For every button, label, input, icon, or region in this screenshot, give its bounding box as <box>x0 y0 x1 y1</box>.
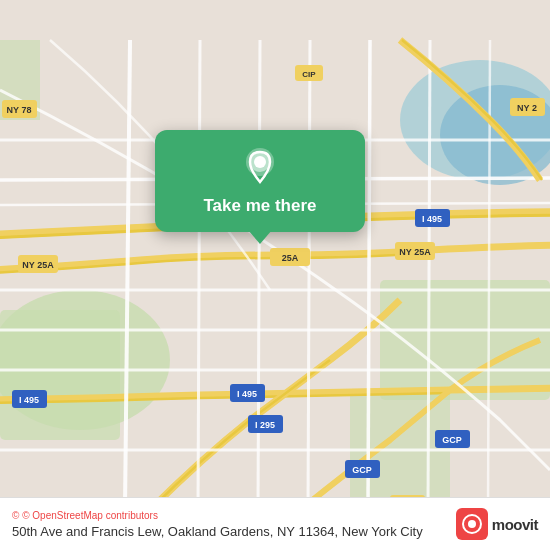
take-me-there-button[interactable]: Take me there <box>203 194 316 218</box>
svg-text:25A: 25A <box>282 253 299 263</box>
moovit-logo-icon <box>456 508 488 540</box>
svg-text:I 495: I 495 <box>422 214 442 224</box>
svg-text:I 495: I 495 <box>237 389 257 399</box>
svg-text:NY 25A: NY 25A <box>399 247 431 257</box>
location-card: Take me there <box>155 130 365 232</box>
svg-line-13 <box>428 40 430 510</box>
address-text: 50th Ave and Francis Lew, Oakland Garden… <box>12 524 423 539</box>
svg-text:I 495: I 495 <box>19 395 39 405</box>
map-background: NY 25A 25A NY 25A I 495 I 495 I 495 I 29… <box>0 0 550 550</box>
map-container: NY 25A 25A NY 25A I 495 I 495 I 495 I 29… <box>0 0 550 550</box>
svg-point-52 <box>468 520 476 528</box>
moovit-logo[interactable]: moovit <box>456 508 538 540</box>
bottom-bar-info: © © OpenStreetMap contributors 50th Ave … <box>12 510 423 539</box>
attribution-text: © OpenStreetMap contributors <box>22 510 158 521</box>
svg-text:NY 25A: NY 25A <box>22 260 54 270</box>
moovit-icon-svg <box>461 513 483 535</box>
svg-line-12 <box>368 40 370 510</box>
copyright-symbol: © <box>12 510 19 521</box>
svg-text:CIP: CIP <box>302 70 316 79</box>
moovit-text: moovit <box>492 516 538 533</box>
svg-line-11 <box>308 40 310 510</box>
svg-line-9 <box>198 40 200 510</box>
svg-text:NY 2: NY 2 <box>517 103 537 113</box>
attribution: © © OpenStreetMap contributors <box>12 510 423 521</box>
svg-text:NY 78: NY 78 <box>7 105 32 115</box>
svg-point-50 <box>254 156 266 168</box>
svg-text:GCP: GCP <box>442 435 462 445</box>
svg-text:GCP: GCP <box>352 465 372 475</box>
bottom-bar: © © OpenStreetMap contributors 50th Ave … <box>0 497 550 550</box>
pin-icon <box>238 144 282 188</box>
svg-text:I 295: I 295 <box>255 420 275 430</box>
